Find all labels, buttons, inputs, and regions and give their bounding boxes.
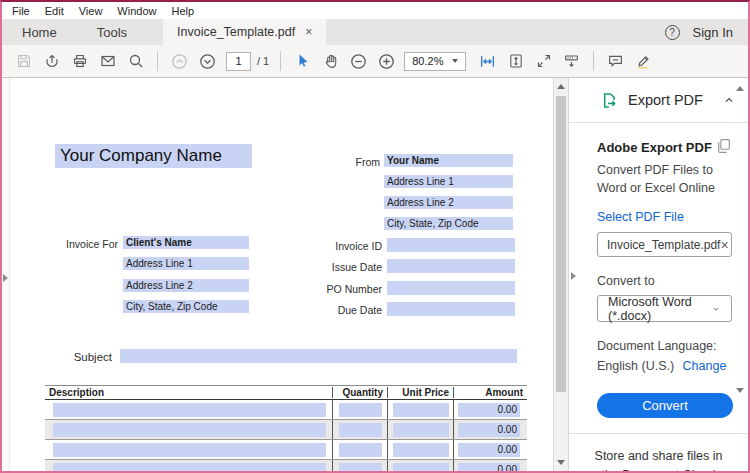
menu-file[interactable]: File xyxy=(12,5,30,17)
menu-edit[interactable]: Edit xyxy=(45,5,64,17)
invoice-id-field[interactable] xyxy=(387,238,515,252)
panel-scroll-down-icon[interactable] xyxy=(736,388,744,393)
amount-field[interactable]: 0.00 xyxy=(458,423,520,437)
toolbar: / 1 80.2% xyxy=(2,45,748,78)
tab-home[interactable]: Home xyxy=(2,19,77,45)
due-date-field[interactable] xyxy=(387,302,515,316)
hand-tool-icon[interactable] xyxy=(318,49,343,73)
scroll-up-icon[interactable] xyxy=(557,84,565,89)
from-city-field[interactable]: City, State, Zip Code xyxy=(384,217,513,230)
description-field[interactable] xyxy=(53,403,326,417)
pdf-page: Your Company Name From Your Name Address… xyxy=(10,78,553,471)
amount-field[interactable]: 0.00 xyxy=(458,463,520,471)
fullscreen-icon[interactable] xyxy=(531,49,556,73)
section-title: Adobe Export PDF xyxy=(597,137,712,155)
select-tool-icon[interactable] xyxy=(290,49,315,73)
unit-price-field[interactable] xyxy=(393,443,449,457)
previous-page-icon[interactable] xyxy=(167,49,192,73)
client-address1-field[interactable]: Address Line 1 xyxy=(123,257,249,270)
selected-file-name: Invoice_Template.pdf xyxy=(607,238,720,252)
navigation-pane-gutter xyxy=(2,78,10,471)
panel-title: Export PDF xyxy=(628,92,712,108)
expand-navigation-pane-icon[interactable] xyxy=(3,274,8,282)
zoom-level-select[interactable]: 80.2% xyxy=(404,52,466,71)
from-address2-field[interactable]: Address Line 2 xyxy=(384,196,513,209)
quantity-field[interactable] xyxy=(339,463,382,471)
email-icon[interactable] xyxy=(95,49,120,73)
tab-tools[interactable]: Tools xyxy=(77,19,147,45)
panel-footer: Store and share files in the Document Cl… xyxy=(569,434,748,473)
po-number-field[interactable] xyxy=(387,281,515,295)
toolbar-divider xyxy=(157,51,158,71)
tab-document-label: Invoice_Template.pdf xyxy=(177,25,295,39)
unit-price-field[interactable] xyxy=(393,423,449,437)
next-page-icon[interactable] xyxy=(195,49,220,73)
language-value: English (U.S.) xyxy=(597,359,674,373)
header-unit-price: Unit Price xyxy=(387,387,453,398)
from-name-field[interactable]: Your Name xyxy=(384,154,513,167)
change-language-link[interactable]: Change xyxy=(683,359,727,373)
selected-file-box[interactable]: Invoice_Template.pdf × xyxy=(597,232,732,257)
unit-price-field[interactable] xyxy=(393,403,449,417)
fit-page-icon[interactable] xyxy=(503,49,528,73)
amount-field[interactable]: 0.00 xyxy=(458,403,520,417)
fit-width-icon[interactable] xyxy=(475,49,500,73)
from-address1-field[interactable]: Address Line 1 xyxy=(384,175,513,188)
issue-date-label: Issue Date xyxy=(292,261,382,273)
from-label: From xyxy=(310,156,380,168)
menu-window[interactable]: Window xyxy=(117,5,156,17)
help-icon[interactable]: ? xyxy=(665,25,680,40)
line-items-table: Description Quantity Unit Price Amount 0… xyxy=(45,385,527,471)
menu-view[interactable]: View xyxy=(79,5,103,17)
collapse-panel-handle-icon[interactable] xyxy=(571,272,576,280)
issue-date-field[interactable] xyxy=(387,259,515,273)
quantity-field[interactable] xyxy=(339,403,382,417)
page-number-input[interactable] xyxy=(226,52,251,71)
header-quantity: Quantity xyxy=(332,387,387,398)
client-name-field[interactable]: Client's Name xyxy=(123,236,249,249)
company-name-field[interactable]: Your Company Name xyxy=(55,144,252,168)
save-icon[interactable] xyxy=(11,49,36,73)
scroll-down-icon[interactable] xyxy=(557,460,565,465)
quantity-field[interactable] xyxy=(339,443,382,457)
select-pdf-file-link[interactable]: Select PDF File xyxy=(597,210,684,224)
menu-help[interactable]: Help xyxy=(171,5,194,17)
comment-icon[interactable] xyxy=(603,49,628,73)
description-field[interactable] xyxy=(53,423,326,437)
print-icon[interactable] xyxy=(67,49,92,73)
copy-files-icon xyxy=(715,137,732,154)
zoom-in-icon[interactable] xyxy=(374,49,399,73)
table-row: 0.00 xyxy=(45,420,527,440)
tab-document[interactable]: Invoice_Template.pdf × xyxy=(163,19,326,45)
toolbar-divider xyxy=(280,51,281,71)
clear-file-icon[interactable]: × xyxy=(720,237,728,253)
unit-price-field[interactable] xyxy=(393,463,449,471)
highlight-icon[interactable] xyxy=(631,49,656,73)
share-upload-icon[interactable] xyxy=(39,49,64,73)
subject-label: Subject xyxy=(40,351,112,363)
quantity-field[interactable] xyxy=(339,423,382,437)
description-field[interactable] xyxy=(53,463,326,471)
sign-in-button[interactable]: Sign In xyxy=(693,25,733,40)
panel-scroll-up-icon[interactable] xyxy=(736,86,744,91)
zoom-level-value: 80.2% xyxy=(412,55,443,67)
subject-field[interactable] xyxy=(120,349,517,363)
acrobat-reader-window: File Edit View Window Help Home Tools In… xyxy=(0,0,750,473)
document-scrollbar[interactable] xyxy=(553,78,568,471)
client-city-field[interactable]: City, State, Zip Code xyxy=(123,300,249,313)
header-description: Description xyxy=(45,387,332,398)
toolbar-options-icon[interactable] xyxy=(559,49,584,73)
scrollbar-thumb[interactable] xyxy=(556,96,566,392)
collapse-section-icon[interactable] xyxy=(722,93,736,107)
document-cloud-text: Store and share files in the Document Cl… xyxy=(589,447,728,473)
convert-button[interactable]: Convert xyxy=(597,393,733,418)
description-field[interactable] xyxy=(53,443,326,457)
close-tab-icon[interactable]: × xyxy=(305,25,312,39)
zoom-out-icon[interactable] xyxy=(346,49,371,73)
format-dropdown[interactable]: Microsoft Word (*.docx) xyxy=(597,295,732,322)
amount-field[interactable]: 0.00 xyxy=(458,443,520,457)
client-address2-field[interactable]: Address Line 2 xyxy=(123,279,249,292)
toolbar-divider xyxy=(593,51,594,71)
search-icon[interactable] xyxy=(123,49,148,73)
panel-description: Convert PDF Files to Word or Excel Onlin… xyxy=(597,161,732,197)
